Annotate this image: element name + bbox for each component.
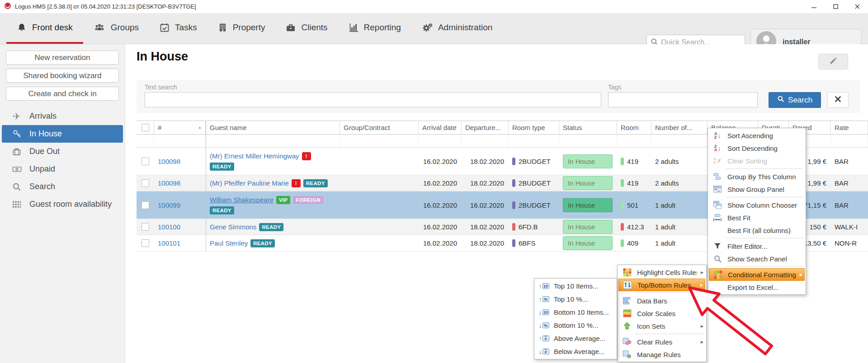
menu-item-sort-descending[interactable]: ZA↓Sort Descending (709, 142, 805, 154)
sidebar-item-guest-room-availability[interactable]: Guest room availability (2, 195, 123, 213)
column-header-departure[interactable]: Departure... (462, 121, 509, 134)
column-header-group-contract[interactable]: Group/Contract (340, 121, 419, 134)
column-header-room[interactable]: Room (617, 121, 651, 134)
column-header-col1[interactable]: #▲ (154, 121, 206, 134)
data-bars-icon (620, 296, 634, 305)
filter-cell[interactable] (206, 135, 340, 147)
departure-date-cell: 18.02.2020 (462, 235, 509, 251)
filter-cell[interactable] (831, 135, 868, 147)
select-all-checkbox[interactable] (142, 124, 149, 131)
reservation-number-link[interactable]: 100100 (158, 223, 180, 231)
menu-item-filter-editor[interactable]: Filter Editor... (709, 240, 805, 252)
guest-name-link[interactable]: Paul Stenley (210, 239, 248, 247)
column-chooser-icon (711, 200, 724, 209)
nav-item-clients[interactable]: Clients (275, 13, 338, 44)
sidebar-item-label: Due Out (29, 147, 60, 156)
arrival-date-cell: 16.02.2020 (419, 175, 462, 191)
topbottom-item-top-10-items[interactable]: ↑10Top 10 Items... (535, 279, 616, 293)
topbottom-item-below-average[interactable]: ↓xBelow Average... (535, 345, 616, 358)
rate-cell: BAR (831, 175, 868, 191)
menu-item-best-fit[interactable]: Best Fit (709, 211, 805, 224)
sidebar-item-in-house[interactable]: In House (2, 125, 123, 143)
text-search-input[interactable] (145, 92, 601, 107)
tags-input[interactable] (608, 92, 758, 107)
row-checkbox[interactable] (142, 239, 149, 247)
nav-item-groups[interactable]: Groups (83, 13, 149, 44)
column-header-room-type[interactable]: Room type (509, 121, 559, 134)
menu-item-label: Icon Sets (634, 322, 697, 330)
nav-item-property[interactable]: Property (208, 13, 276, 44)
filter-cell[interactable] (154, 135, 206, 147)
reservation-number-link[interactable]: 100098 (158, 158, 180, 165)
row-checkbox[interactable] (142, 158, 149, 165)
submenu-item-clear-rules[interactable]: Clear Rules▸ (618, 335, 705, 348)
menu-item-group-by-this-column[interactable]: Group By This Column (709, 170, 805, 183)
sidebar-item-search[interactable]: Search (2, 178, 123, 195)
column-header-number-of[interactable]: Number of... (651, 121, 708, 134)
filter-cell[interactable] (509, 135, 559, 147)
sort-clear-icon: AZ✗ (711, 157, 724, 165)
menu-item-conditional-formatting[interactable]: Conditional Formatting▸ (709, 268, 805, 281)
filter-cell[interactable] (651, 135, 708, 147)
row-checkbox[interactable] (142, 223, 149, 231)
topbottom-item-bottom-10[interactable]: ↓%Bottom 10 %... (535, 319, 616, 332)
submenu-item-icon-sets[interactable]: Icon Sets▸ (618, 320, 705, 332)
search-button[interactable]: Search (769, 92, 821, 108)
sidebar-item-due-out[interactable]: Due Out (2, 143, 123, 160)
room-cell: 412.3 (617, 219, 651, 235)
reservation-number-link[interactable]: 100098 (158, 179, 180, 187)
guest-name-link[interactable]: (Mr) Ernest Miller Hemingway (210, 152, 299, 160)
new-reservation-button[interactable]: New reservation (6, 51, 119, 65)
column-header-guest-name[interactable]: Guest name (206, 121, 340, 134)
sidebar-item-unpaid[interactable]: 1 Unpaid (2, 160, 123, 178)
filter-cell[interactable] (419, 135, 462, 147)
column-header-rate[interactable]: Rate (831, 121, 868, 134)
reservation-number-link[interactable]: 100101 (158, 239, 180, 247)
nav-item-reporting[interactable]: Reporting (338, 13, 411, 44)
submenu-item-highlight-cells-rules[interactable]: Highlight Cells Rules▸ (618, 266, 705, 279)
minimize-button[interactable] (803, 0, 825, 13)
edit-button[interactable] (818, 54, 848, 70)
filter-cell[interactable] (617, 135, 651, 147)
row-checkbox[interactable] (142, 201, 149, 209)
topbottom-item-above-average[interactable]: ↑xAbove Average... (535, 332, 616, 345)
page-title: In House (137, 50, 188, 64)
menu-item-sort-ascending[interactable]: AZ↓Sort Ascending (709, 129, 805, 142)
nav-item-front-desk[interactable]: Front desk (6, 13, 83, 44)
submenu-item-top-bottom-rules[interactable]: Top/Bottom Rules▸ (618, 279, 705, 291)
filter-cell[interactable] (340, 135, 419, 147)
menu-item-label: Color Scales (634, 310, 697, 317)
guest-name-link[interactable]: (Mr) Pfeiffer Pauline Marie (210, 179, 289, 187)
menu-item-show-search-panel[interactable]: Show Search Panel (709, 252, 805, 265)
menu-item-export-to-excel[interactable]: Export to Excel... (709, 281, 805, 293)
submenu-item-color-scales[interactable]: Color Scales▸ (618, 307, 705, 320)
topbottom-item-bottom-10-items[interactable]: ↓10Bottom 10 Items... (535, 306, 616, 319)
topbottom-item-top-10[interactable]: ↑%Top 10 %... (535, 293, 616, 306)
header-select-all[interactable] (137, 121, 154, 134)
maximize-button[interactable] (825, 0, 846, 13)
shared-booking-wizard-button[interactable]: Shared booking wizard (6, 69, 119, 83)
filter-cell[interactable] (137, 135, 154, 147)
submenu-item-data-bars[interactable]: Data Bars (618, 294, 705, 307)
filter-cell[interactable] (462, 135, 509, 147)
column-header-arrival-date[interactable]: Arrival date (419, 121, 462, 134)
submenu-item-manage-rules[interactable]: Manage Rules (618, 348, 705, 361)
clear-search-button[interactable] (827, 92, 849, 108)
menu-item-show-column-chooser[interactable]: Show Column Chooser (709, 199, 805, 211)
nav-item-administration[interactable]: Administration (411, 13, 503, 44)
column-header-status[interactable]: Status (559, 121, 617, 134)
menu-item-show-group-panel[interactable]: Show Group Panel (709, 183, 805, 195)
room-cell: 409 (617, 235, 651, 251)
row-checkbox[interactable] (142, 179, 149, 187)
create-and-check-in-button[interactable]: Create and check in (6, 87, 119, 101)
reservation-number-link[interactable]: 100099 (158, 201, 180, 209)
nav-item-tasks[interactable]: Tasks (149, 13, 208, 44)
close-button[interactable] (846, 0, 868, 13)
filter-cell[interactable] (559, 135, 617, 147)
guest-name-link[interactable]: William Shakespeare (210, 196, 274, 204)
menu-item-best-fit-all-columns[interactable]: Best Fit (all columns) (709, 224, 805, 237)
icon-sets-icon (620, 322, 634, 330)
sidebar-item-arrivals[interactable]: ✈ Arrivals (2, 107, 123, 125)
status-cell: In House (559, 191, 617, 219)
guest-name-link[interactable]: Gene Simmons (210, 223, 256, 231)
